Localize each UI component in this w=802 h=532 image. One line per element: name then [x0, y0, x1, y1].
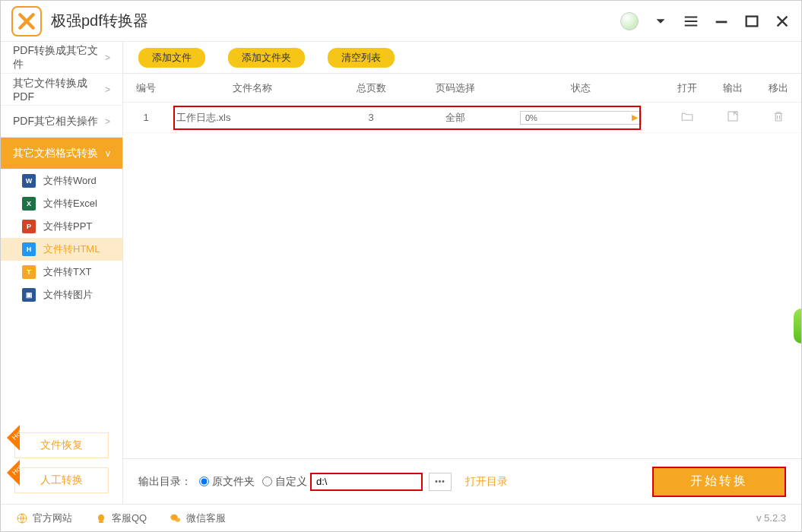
- header-remove: 移出: [756, 81, 801, 95]
- radio-custom[interactable]: [262, 477, 272, 486]
- sidebar-item-ppt[interactable]: P文件转PPT: [1, 215, 122, 238]
- sidebar-item-excel[interactable]: X文件转Excel: [1, 192, 122, 215]
- qq-icon: [95, 512, 107, 524]
- open-dir-link[interactable]: 打开目录: [465, 475, 508, 489]
- header-open: 打开: [664, 81, 710, 95]
- title-bar: 极强pdf转换器: [1, 1, 801, 42]
- button-label: 文件恢复: [40, 439, 83, 452]
- svg-point-3: [98, 514, 104, 521]
- sidebar-item-html[interactable]: H文件转HTML: [1, 238, 122, 261]
- version-label: v 5.2.3: [756, 512, 786, 524]
- progress-text: 0%: [525, 113, 537, 122]
- side-handle[interactable]: [794, 309, 801, 344]
- content-area: 添加文件 添加文件夹 清空列表 编号 文件名称 总页数 页码选择 状态 打开 输…: [123, 42, 801, 504]
- menu-icon[interactable]: [683, 13, 699, 30]
- footer-website[interactable]: 官方网站: [16, 511, 72, 525]
- footer-qq[interactable]: 客服QQ: [95, 511, 147, 525]
- chevron-right-icon: >: [105, 84, 110, 95]
- sidebar-section-label: 其它文档格式转换: [13, 147, 98, 160]
- svg-point-6: [176, 518, 181, 521]
- sidebar-item-label: 文件转TXT: [43, 265, 92, 279]
- dropdown-icon[interactable]: [652, 13, 669, 30]
- svg-rect-0: [747, 16, 758, 26]
- cell-select[interactable]: 全部: [414, 111, 497, 125]
- sidebar-item-label: 文件转Excel: [43, 197, 97, 211]
- app-logo: [11, 6, 42, 36]
- close-icon[interactable]: [774, 13, 791, 30]
- sidebar-section-other-format[interactable]: 其它文档格式转换 v: [1, 138, 122, 169]
- cell-status: 0% ▶: [497, 111, 664, 125]
- sidebar: PDF转换成其它文件 > 其它文件转换成PDF > PDF其它相关操作 > 其它…: [1, 42, 123, 504]
- cell-pages: 3: [328, 112, 414, 123]
- play-icon: ▶: [632, 112, 638, 122]
- excel-icon: X: [22, 197, 36, 211]
- output-bar: 输出目录： 原文件夹 自定义 ••• 打开目录 开始转换: [123, 458, 801, 504]
- chevron-down-icon: v: [106, 148, 110, 159]
- clear-list-button[interactable]: 清空列表: [328, 48, 395, 68]
- sidebar-section-label: PDF转换成其它文件: [13, 44, 105, 71]
- manual-convert-button[interactable]: Hot 人工转换: [14, 467, 109, 493]
- trash-icon[interactable]: [772, 109, 785, 123]
- sidebar-item-txt[interactable]: T文件转TXT: [1, 261, 122, 283]
- txt-icon: T: [22, 265, 36, 279]
- header-select: 页码选择: [414, 81, 497, 95]
- output-label: 输出目录：: [138, 475, 192, 489]
- button-label: 人工转换: [40, 473, 83, 487]
- hot-badge: Hot: [7, 460, 33, 486]
- cell-num: 1: [123, 112, 169, 123]
- chevron-right-icon: >: [105, 116, 110, 127]
- sidebar-section-pdf-ops[interactable]: PDF其它相关操作 >: [1, 106, 122, 138]
- header-status: 状态: [497, 81, 664, 95]
- footer-label: 客服QQ: [112, 511, 147, 525]
- file-restore-button[interactable]: Hot 文件恢复: [14, 432, 109, 458]
- output-icon[interactable]: [726, 109, 740, 123]
- maximize-icon[interactable]: [743, 13, 760, 30]
- footer-label: 官方网站: [33, 511, 72, 525]
- header-output: 输出: [710, 81, 756, 95]
- wechat-icon: [170, 512, 182, 524]
- progress-bar[interactable]: 0% ▶: [520, 111, 642, 125]
- toolbar: 添加文件 添加文件夹 清空列表: [123, 42, 801, 74]
- radio-original-label: 原文件夹: [212, 475, 255, 489]
- sidebar-section-other-to-pdf[interactable]: 其它文件转换成PDF >: [1, 74, 122, 106]
- table-row[interactable]: 1 工作日志.xls 3 全部 0% ▶: [123, 103, 801, 133]
- output-path-input[interactable]: [310, 473, 423, 491]
- open-folder-icon[interactable]: [680, 109, 694, 123]
- radio-custom-label: 自定义: [275, 475, 307, 489]
- header-pages: 总页数: [328, 81, 414, 95]
- radio-original[interactable]: [199, 477, 209, 486]
- hot-badge: Hot: [7, 425, 33, 451]
- footer-label: 微信客服: [186, 511, 226, 525]
- sidebar-item-word[interactable]: W文件转Word: [1, 169, 122, 192]
- word-icon: W: [22, 174, 36, 188]
- browse-button[interactable]: •••: [429, 473, 452, 491]
- globe-icon: [16, 512, 28, 524]
- avatar[interactable]: [620, 12, 639, 30]
- html-icon: H: [22, 242, 36, 256]
- footer: 官方网站 客服QQ 微信客服 v 5.2.3: [1, 504, 801, 531]
- cell-name: 工作日志.xls: [169, 111, 328, 125]
- footer-wechat[interactable]: 微信客服: [170, 511, 226, 525]
- sidebar-item-label: 文件转PPT: [43, 220, 92, 233]
- app-title: 极强pdf转换器: [51, 11, 148, 31]
- file-table: 编号 文件名称 总页数 页码选择 状态 打开 输出 移出 1 工作日志.xls …: [123, 74, 801, 458]
- header-name: 文件名称: [169, 81, 328, 95]
- header-num: 编号: [123, 81, 169, 95]
- minimize-icon[interactable]: [713, 13, 730, 30]
- sidebar-item-image[interactable]: ▣文件转图片: [1, 283, 122, 306]
- sidebar-item-label: 文件转HTML: [43, 242, 100, 256]
- table-header: 编号 文件名称 总页数 页码选择 状态 打开 输出 移出: [123, 74, 801, 103]
- add-file-button[interactable]: 添加文件: [138, 48, 205, 68]
- svg-rect-1: [728, 112, 737, 121]
- sidebar-section-pdf-to-other[interactable]: PDF转换成其它文件 >: [1, 42, 122, 74]
- ppt-icon: P: [22, 220, 36, 233]
- sidebar-section-label: 其它文件转换成PDF: [13, 77, 105, 103]
- sidebar-item-label: 文件转Word: [43, 174, 97, 188]
- svg-point-4: [99, 521, 104, 523]
- sidebar-item-label: 文件转图片: [43, 288, 93, 302]
- sidebar-section-label: PDF其它相关操作: [13, 115, 98, 128]
- chevron-right-icon: >: [105, 52, 110, 63]
- add-folder-button[interactable]: 添加文件夹: [228, 48, 305, 68]
- image-icon: ▣: [22, 288, 36, 302]
- start-convert-button[interactable]: 开始转换: [652, 467, 786, 497]
